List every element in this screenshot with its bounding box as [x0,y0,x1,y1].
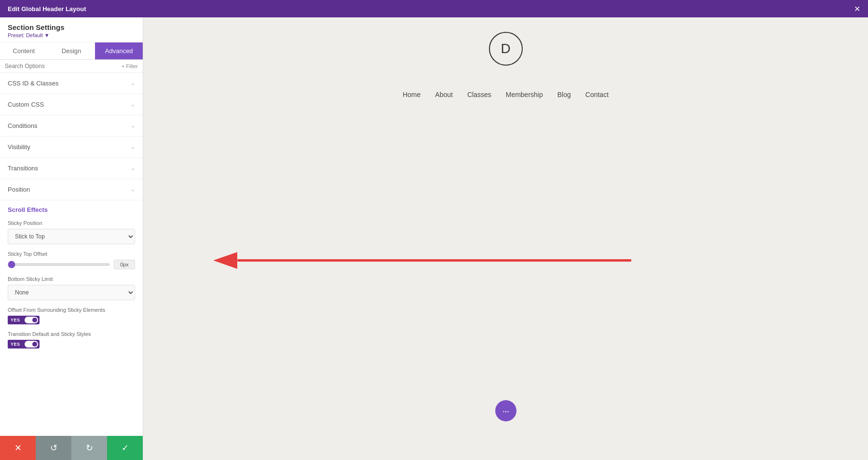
preview-area: D Home About Classes Membership Blog Con… [143,17,868,460]
bottom-sticky-limit-select[interactable]: None [8,285,135,300]
chevron-down-icon: ⌄ [131,144,135,150]
bottom-toolbar: ✕ ↺ ↻ ✓ [0,436,143,460]
scroll-effects-title: Scroll Effects [8,206,135,213]
close-button[interactable]: ✕ [854,4,860,14]
sticky-position-field: Sticky Position Stick to Top Stick to Bo… [8,220,135,244]
sticky-offset-slider[interactable] [8,264,110,265]
nav-classes[interactable]: Classes [467,91,491,98]
section-preset[interactable]: Preset: Default ▼ [8,32,135,38]
nav-contact[interactable]: Contact [585,91,609,98]
tab-advanced[interactable]: Advanced [95,42,143,59]
sticky-position-select[interactable]: Stick to Top Stick to Bottom None [8,229,135,244]
accordion-position[interactable]: Position ⌄ [0,179,143,200]
search-input[interactable] [5,63,122,70]
top-bar-title: Edit Global Header Layout [8,5,86,13]
toggle-yes-label2: YES [8,340,23,348]
sticky-position-label: Sticky Position [8,220,135,226]
accordion-conditions[interactable]: Conditions ⌄ [0,115,143,137]
bottom-sticky-limit-label: Bottom Sticky Limit [8,276,135,282]
transition-toggle-row: YES [8,340,135,348]
offset-surrounding-field: Offset From Surrounding Sticky Elements … [8,307,135,324]
section-title: Section Settings [8,23,135,31]
accordion-css-id[interactable]: CSS ID & Classes ⌄ [0,73,143,94]
nav-about[interactable]: About [435,91,453,98]
chevron-down-icon: ⌄ [131,101,135,108]
accordion-custom-css[interactable]: Custom CSS ⌄ [0,94,143,115]
left-panel: Section Settings Preset: Default ▼ Conte… [0,17,143,460]
bottom-sticky-limit-field: Bottom Sticky Limit None [8,276,135,300]
offset-surrounding-label: Offset From Surrounding Sticky Elements [8,307,135,313]
top-bar: Edit Global Header Layout ✕ [0,0,868,17]
toggle-circle-wrap [25,317,38,323]
accordion-visibility[interactable]: Visibility ⌄ [0,137,143,158]
accordion-list: CSS ID & Classes ⌄ Custom CSS ⌄ Conditio… [0,73,143,436]
preview-nav: Home About Classes Membership Blog Conta… [143,85,868,104]
tab-content[interactable]: Content [0,42,48,59]
chevron-down-icon: ⌄ [131,186,135,193]
tab-design[interactable]: Design [48,42,95,59]
redo-button[interactable]: ↻ [71,436,107,460]
save-button[interactable]: ✓ [107,436,143,460]
toggle-yes-label: YES [8,316,23,324]
tabs-bar: Content Design Advanced [0,42,143,60]
offset-toggle-row: YES [8,316,135,324]
cancel-button[interactable]: ✕ [0,436,36,460]
main-layout: Section Settings Preset: Default ▼ Conte… [0,17,868,460]
floating-action-button[interactable]: ··· [495,400,516,421]
transition-toggle-button[interactable]: YES [8,340,40,348]
search-bar: + Filter [0,60,143,73]
sticky-top-offset-label: Sticky Top Offset [8,251,135,257]
slider-value: 0px [114,260,135,269]
scroll-effects-section: Scroll Effects Sticky Position Stick to … [0,200,143,361]
toggle-circle [32,318,37,322]
preview-header: D [143,17,868,85]
filter-button[interactable]: + Filter [122,63,138,69]
nav-membership[interactable]: Membership [506,91,543,98]
chevron-down-icon: ⌄ [131,80,135,86]
chevron-down-icon: ⌄ [131,165,135,171]
sticky-top-offset-field: Sticky Top Offset 0px [8,251,135,269]
toggle-circle-wrap2 [25,341,38,348]
nav-home[interactable]: Home [403,91,420,98]
offset-toggle-button[interactable]: YES [8,316,40,324]
toggle-circle2 [32,342,37,347]
section-header: Section Settings Preset: Default ▼ [0,17,143,42]
nav-blog[interactable]: Blog [557,91,571,98]
slider-row: 0px [8,260,135,269]
undo-button[interactable]: ↺ [36,436,71,460]
chevron-down-icon: ⌄ [131,123,135,129]
transition-sticky-label: Transition Default and Sticky Styles [8,331,135,337]
accordion-transitions[interactable]: Transitions ⌄ [0,158,143,179]
preview-logo: D [489,32,523,66]
transition-sticky-field: Transition Default and Sticky Styles YES [8,331,135,348]
